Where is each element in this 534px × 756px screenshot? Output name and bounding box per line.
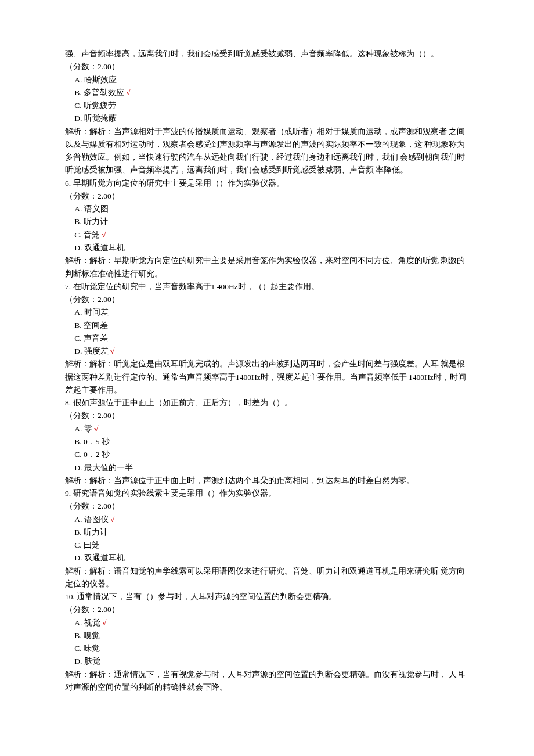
check-mark-icon: √	[102, 618, 106, 627]
q9-analysis: 解析：解析：语音知觉的声学线索可以采用语图仪来进行研究。音笼、听力计和双通道耳机…	[65, 565, 469, 591]
q9-option-b: B. 听力计	[65, 526, 469, 539]
q5-option-a: A. 哈斯效应	[65, 74, 469, 87]
q6-option-b: B. 听力计	[65, 215, 469, 228]
q8-score: （分数：2.00）	[65, 409, 469, 422]
q10-option-a: A. 视觉 √	[65, 617, 469, 629]
check-mark-icon: √	[126, 88, 130, 97]
q10-option-c: C. 味觉	[65, 642, 469, 655]
q7-score: （分数：2.00）	[65, 293, 469, 306]
q8-option-c: C. 0．2 秒	[65, 448, 469, 461]
q7-option-c: C. 声音差	[65, 332, 469, 345]
q5-option-b-text: B. 多普勒效应	[74, 88, 126, 97]
q8-option-b: B. 0．5 秒	[65, 435, 469, 448]
q8-option-d: D. 最大值的一半	[65, 462, 469, 474]
q9-option-a: A. 语图仪 √	[65, 513, 469, 526]
q7-option-d: D. 强度差 √	[65, 345, 469, 358]
check-mark-icon: √	[110, 347, 114, 355]
q5-score: （分数：2.00）	[65, 60, 469, 73]
q6-stem: 6. 早期听觉方向定位的研究中主要是采用（）作为实验仪器。	[65, 177, 469, 190]
check-mark-icon: √	[94, 424, 98, 433]
q7-option-a: A. 时间差	[65, 306, 469, 319]
q10-option-a-text: A. 视觉	[74, 618, 102, 627]
q8-stem: 8. 假如声源位于正中面上（如正前方、正后方），时差为（）。	[65, 397, 469, 409]
check-mark-icon: √	[102, 231, 106, 239]
q10-analysis: 解析：解析：通常情况下，当有视觉参与时，人耳对声源的空间位置的判断会更精确。而没…	[65, 668, 469, 694]
q5-option-d: D. 听觉掩蔽	[65, 112, 469, 125]
q7-option-b: B. 空间差	[65, 319, 469, 332]
q8-analysis: 解析：解析：当声源位于正中面上时，声源到达两个耳朵的距离相同，到达两耳的时差自然…	[65, 474, 469, 487]
q5-stem-cont: 强、声音频率提高，远离我们时，我们会感受到听觉感受被减弱、声音频率降低。这种现象…	[65, 48, 469, 60]
q6-option-c-text: C. 音笼	[74, 231, 102, 239]
q7-stem: 7. 在听觉定位的研究中，当声音频率高于1 400Hz时，（）起主要作用。	[65, 280, 469, 293]
q7-analysis: 解析：解析：听觉定位是由双耳听觉完成的。声源发出的声波到达两耳时，会产生时间差与…	[65, 358, 469, 397]
q10-score: （分数：2.00）	[65, 603, 469, 616]
q5-option-c: C. 听觉疲劳	[65, 99, 469, 112]
q9-score: （分数：2.00）	[65, 500, 469, 513]
q6-option-a: A. 语义图	[65, 203, 469, 215]
q9-option-d: D. 双通道耳机	[65, 552, 469, 564]
q10-option-b: B. 嗅觉	[65, 629, 469, 642]
q10-option-d: D. 肤觉	[65, 655, 469, 668]
q6-option-d: D. 双通道耳机	[65, 242, 469, 254]
q5-analysis: 解析：解析：当声源相对于声波的传播媒质而运动、观察者（或听者）相对于媒质而运动，…	[65, 125, 469, 177]
q9-option-a-text: A. 语图仪	[74, 515, 110, 524]
q8-option-a: A. 零 √	[65, 423, 469, 435]
check-mark-icon: √	[110, 515, 114, 524]
q5-option-b: B. 多普勒效应 √	[65, 87, 469, 99]
q10-stem: 10. 通常情况下，当有（）参与时，人耳对声源的空间位置的判断会更精确。	[65, 591, 469, 603]
q9-stem: 9. 研究语音知觉的实验线索主要是采用（）作为实验仪器。	[65, 487, 469, 500]
q7-option-d-text: D. 强度差	[74, 347, 110, 355]
q8-option-a-text: A. 零	[74, 424, 94, 433]
q9-option-c: C. 曰笼	[65, 539, 469, 552]
q6-option-c: C. 音笼 √	[65, 229, 469, 242]
q6-analysis: 解析：解析：早期听觉方向定位的研究中主要是采用音笼作为实验仪器，来对空间不同方位…	[65, 254, 469, 280]
q6-score: （分数：2.00）	[65, 190, 469, 203]
